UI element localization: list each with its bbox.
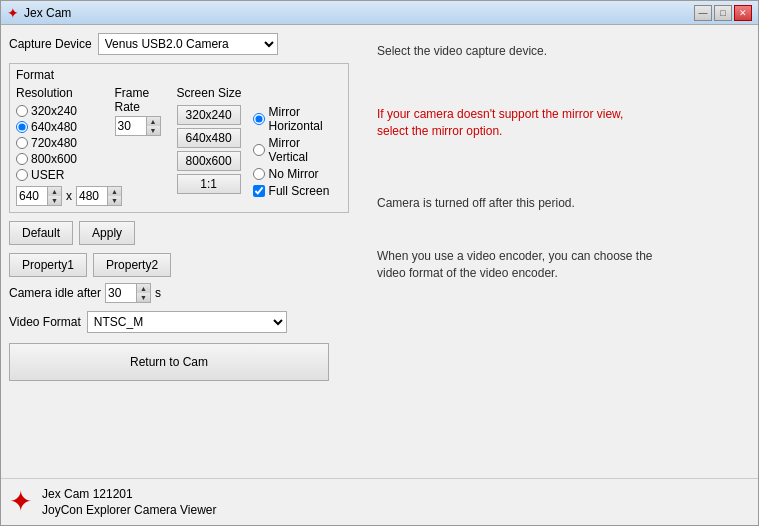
- res-320-label: 320x240: [31, 104, 77, 118]
- frame-rate-col: Frame Rate ▲ ▼: [115, 86, 169, 206]
- user-size-row: ▲ ▼ x ▲ ▼: [16, 186, 107, 206]
- idle-down[interactable]: ▼: [136, 293, 150, 302]
- app-description: JoyCon Explorer Camera Viewer: [42, 503, 217, 517]
- res-user-label: USER: [31, 168, 64, 182]
- screen-size-header: Screen Size: [177, 86, 245, 100]
- size-320-button[interactable]: 320x240: [177, 105, 241, 125]
- action-row: Default Apply: [9, 221, 349, 245]
- no-mirror-radio[interactable]: [253, 168, 265, 180]
- mirror-col: Mirror Horizontal Mirror Vertical No Mir…: [253, 86, 342, 206]
- frame-rate-spinner: ▲ ▼: [115, 116, 161, 136]
- capture-device-row: Capture Device Venus USB2.0 Camera: [9, 33, 349, 55]
- app-logo-icon: ✦: [9, 488, 32, 516]
- right-panel: Select the video capture device. If your…: [357, 33, 750, 470]
- apply-button[interactable]: Apply: [79, 221, 135, 245]
- idle-row: Camera idle after ▲ ▼ s: [9, 283, 349, 303]
- mirror-horizontal-label: Mirror Horizontal: [269, 105, 342, 133]
- no-mirror-row: No Mirror: [253, 167, 342, 181]
- res-640-label: 640x480: [31, 120, 77, 134]
- res-800-label: 800x600: [31, 152, 77, 166]
- no-mirror-label: No Mirror: [269, 167, 319, 181]
- content-area: Capture Device Venus USB2.0 Camera Forma…: [1, 25, 758, 478]
- mirror-vertical-label: Mirror Vertical: [269, 136, 342, 164]
- size-1x1-button[interactable]: 1:1: [177, 174, 241, 194]
- property1-button[interactable]: Property1: [9, 253, 87, 277]
- user-width-down[interactable]: ▼: [47, 196, 61, 205]
- close-button[interactable]: ✕: [734, 5, 752, 21]
- idle-spinner: ▲ ▼: [105, 283, 151, 303]
- size-800-button[interactable]: 800x600: [177, 151, 241, 171]
- format-inner: Resolution 320x240 640x480 720x480: [16, 86, 342, 206]
- capture-device-annotation: Select the video capture device.: [377, 43, 750, 60]
- user-width-input[interactable]: [17, 187, 47, 205]
- window-title: Jex Cam: [24, 6, 71, 20]
- full-screen-label: Full Screen: [269, 184, 330, 198]
- app-title-icon: ✦: [7, 6, 19, 20]
- res-720-row: 720x480: [16, 136, 107, 150]
- idle-spinner-btns: ▲ ▼: [136, 284, 150, 302]
- resolution-col: Resolution 320x240 640x480 720x480: [16, 86, 107, 206]
- default-button[interactable]: Default: [9, 221, 73, 245]
- camera-idle-label: Camera idle after: [9, 286, 101, 300]
- user-width-up[interactable]: ▲: [47, 187, 61, 196]
- mirror-vertical-row: Mirror Vertical: [253, 136, 342, 164]
- video-format-label: Video Format: [9, 315, 81, 329]
- format-title: Format: [16, 68, 342, 82]
- res-720-label: 720x480: [31, 136, 77, 150]
- property-row: Property1 Property2: [9, 253, 349, 277]
- user-x-separator: x: [66, 189, 72, 203]
- mirror-annotation: If your camera doesn't support the mirro…: [377, 106, 750, 140]
- user-height-input[interactable]: [77, 187, 107, 205]
- res-800-row: 800x600: [16, 152, 107, 166]
- mirror-horizontal-row: Mirror Horizontal: [253, 105, 342, 133]
- idle-annotation-text: Camera is turned off after this period.: [377, 195, 575, 212]
- video-format-row: Video Format NTSC_M: [9, 311, 349, 333]
- full-screen-row: Full Screen: [253, 184, 342, 198]
- res-640-radio[interactable]: [16, 121, 28, 133]
- title-bar-left: ✦ Jex Cam: [7, 6, 71, 20]
- mirror-annotation-text: If your camera doesn't support the mirro…: [377, 106, 657, 140]
- footer-text: Jex Cam 121201 JoyCon Explorer Camera Vi…: [42, 487, 217, 517]
- frame-rate-header: Frame Rate: [115, 86, 169, 114]
- size-640-button[interactable]: 640x480: [177, 128, 241, 148]
- idle-up[interactable]: ▲: [136, 284, 150, 293]
- full-screen-checkbox[interactable]: [253, 185, 265, 197]
- app-name: Jex Cam 121201: [42, 487, 217, 501]
- minimize-button[interactable]: —: [694, 5, 712, 21]
- footer-area: ✦ Jex Cam 121201 JoyCon Explorer Camera …: [1, 478, 758, 525]
- idle-unit: s: [155, 286, 161, 300]
- frame-rate-down[interactable]: ▼: [146, 126, 160, 135]
- res-800-radio[interactable]: [16, 153, 28, 165]
- return-btn-wrap: Return to Cam: [9, 343, 349, 381]
- title-controls: — □ ✕: [694, 5, 752, 21]
- res-320-row: 320x240: [16, 104, 107, 118]
- video-format-select[interactable]: NTSC_M: [87, 311, 287, 333]
- restore-button[interactable]: □: [714, 5, 732, 21]
- idle-annotation: Camera is turned off after this period.: [377, 195, 750, 212]
- res-user-row: USER: [16, 168, 107, 182]
- capture-device-select[interactable]: Venus USB2.0 Camera: [98, 33, 278, 55]
- video-format-annotation-text: When you use a video encoder, you can ch…: [377, 248, 657, 282]
- frame-rate-spinner-btns: ▲ ▼: [146, 117, 160, 135]
- capture-device-annotation-text: Select the video capture device.: [377, 43, 547, 60]
- screen-size-col: Screen Size 320x240 640x480 800x600 1:1: [177, 86, 245, 206]
- idle-input[interactable]: [106, 284, 136, 302]
- resolution-header: Resolution: [16, 86, 107, 100]
- video-format-annotation: When you use a video encoder, you can ch…: [377, 248, 750, 282]
- title-bar: ✦ Jex Cam — □ ✕: [1, 1, 758, 25]
- user-width-spinner-btns: ▲ ▼: [47, 187, 61, 205]
- capture-device-label: Capture Device: [9, 37, 92, 51]
- format-box: Format Resolution 320x240 640x480: [9, 63, 349, 213]
- left-panel: Capture Device Venus USB2.0 Camera Forma…: [9, 33, 349, 470]
- mirror-horizontal-radio[interactable]: [253, 113, 265, 125]
- main-window: ✦ Jex Cam — □ ✕ Capture Device Venus USB…: [0, 0, 759, 526]
- frame-rate-input[interactable]: [116, 117, 146, 135]
- return-to-cam-button[interactable]: Return to Cam: [9, 343, 329, 381]
- res-user-radio[interactable]: [16, 169, 28, 181]
- property2-button[interactable]: Property2: [93, 253, 171, 277]
- mirror-vertical-radio[interactable]: [253, 144, 265, 156]
- frame-rate-up[interactable]: ▲: [146, 117, 160, 126]
- res-320-radio[interactable]: [16, 105, 28, 117]
- res-640-row: 640x480: [16, 120, 107, 134]
- res-720-radio[interactable]: [16, 137, 28, 149]
